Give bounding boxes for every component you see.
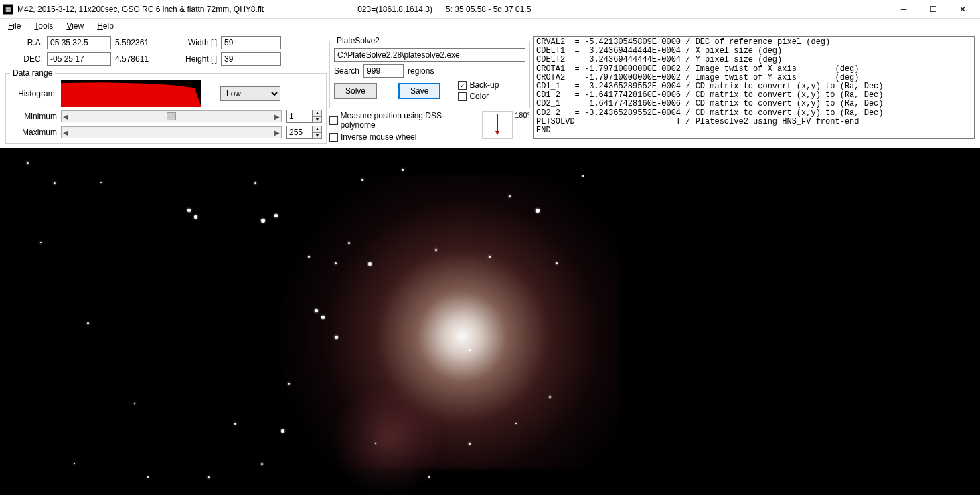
star [74, 463, 75, 464]
ra-float: 5.592361 [115, 38, 155, 47]
fits-header-text[interactable]: CRVAL2 = -5.42130545809E+0000 / DEC of r… [533, 36, 975, 139]
height-label: Height ['] [181, 54, 217, 64]
save-button[interactable]: Save [398, 83, 440, 99]
star [469, 443, 471, 445]
star [361, 179, 363, 181]
minimum-slider[interactable]: ◀▶ [61, 110, 282, 122]
menu-help[interactable]: Help [92, 20, 119, 32]
star [515, 423, 517, 424]
star [87, 322, 89, 324]
backup-checkbox[interactable]: ✓Back-up [458, 80, 499, 90]
star [54, 182, 56, 184]
dec-float: 4.578611 [115, 54, 155, 64]
histogram-label: Histogram: [10, 89, 57, 98]
cursor-radec-status: 5: 35 05.58 - 5d 37 01.5 [446, 5, 531, 14]
search-regions-input[interactable] [363, 64, 404, 78]
star [509, 195, 511, 197]
menu-view[interactable]: View [61, 20, 89, 32]
data-range-legend: Data range [10, 68, 55, 78]
star [536, 209, 540, 213]
orientation-indicator [482, 111, 513, 139]
star [428, 476, 430, 478]
width-input[interactable] [221, 36, 281, 50]
max-down-icon[interactable]: ▼ [313, 132, 322, 139]
star [335, 262, 337, 264]
menu-file[interactable]: File [3, 20, 26, 32]
star [321, 316, 325, 319]
star [208, 476, 210, 478]
menu-view-label: iew [72, 21, 84, 31]
histogram-display [61, 80, 201, 107]
star [100, 182, 102, 183]
star [281, 429, 284, 433]
menu-file-label: ile [13, 21, 21, 31]
color-label: Color [469, 92, 489, 101]
max-up-icon[interactable]: ▲ [313, 126, 322, 132]
star [254, 182, 256, 184]
stretch-select[interactable]: Low [220, 86, 280, 101]
star [435, 249, 437, 251]
platesolve-legend: PlateSolve2 [334, 36, 382, 45]
star [469, 349, 471, 351]
star [40, 242, 42, 243]
star [489, 256, 491, 258]
minimum-label: Minimum [10, 112, 57, 121]
width-label: Width ['] [181, 38, 217, 47]
inverse-mouse-checkbox[interactable]: Inverse mouse wheel [329, 132, 474, 142]
nebula-render-2 [327, 386, 448, 493]
minimum-value[interactable] [286, 110, 313, 123]
star [308, 256, 310, 258]
minimize-button[interactable]: ─ [889, 0, 918, 19]
star [147, 476, 149, 478]
regions-label: regions [408, 66, 434, 76]
menu-tools[interactable]: Tools [29, 20, 58, 32]
ra-input[interactable] [47, 36, 111, 50]
measure-dss-label: Measure position using DSS polynome [341, 111, 474, 130]
dec-label: DEC. [5, 54, 43, 64]
image-view[interactable] [0, 148, 980, 495]
orientation-angle: -180° [513, 111, 530, 119]
star [556, 262, 558, 264]
dec-input[interactable] [47, 52, 111, 66]
app-icon: ▦ [3, 4, 13, 15]
platesolve-path-input[interactable] [334, 48, 525, 62]
menu-help-label: elp [103, 21, 114, 31]
maximum-label: Maximum [10, 128, 57, 137]
star [27, 162, 29, 164]
menubar: File Tools View Help [0, 19, 980, 33]
maximize-button[interactable]: ☐ [918, 0, 948, 19]
inverse-mouse-label: Inverse mouse wheel [341, 132, 416, 142]
star [402, 169, 404, 171]
min-up-icon[interactable]: ▲ [313, 110, 322, 116]
minimum-spinner[interactable]: ▲▼ [286, 110, 322, 123]
maximum-slider[interactable]: ◀▶ [61, 126, 282, 138]
star [348, 242, 350, 244]
star [368, 262, 372, 266]
star [261, 463, 263, 465]
star [375, 443, 376, 444]
star [288, 383, 290, 385]
menu-tools-label: ools [38, 21, 53, 31]
solve-button[interactable]: Solve [334, 83, 377, 99]
search-label: Search [334, 66, 359, 76]
star [261, 219, 265, 223]
maximum-value[interactable] [286, 126, 313, 139]
star [194, 215, 197, 219]
ra-label: R.A. [5, 38, 43, 47]
close-button[interactable]: ✕ [948, 0, 977, 19]
star [315, 309, 318, 312]
height-input[interactable] [221, 52, 281, 66]
star [274, 214, 278, 217]
window-title: M42, 2015-3-12, 11x200sec, GSO RC 6 inch… [17, 5, 264, 14]
measure-dss-checkbox[interactable]: Measure position using DSS polynome [329, 111, 474, 130]
titlebar: ▦ M42, 2015-3-12, 11x200sec, GSO RC 6 in… [0, 0, 980, 19]
star [187, 209, 191, 212]
data-range-group: Data range Histogram: Low Minimum ◀▶ ▲▼ … [5, 68, 327, 144]
color-checkbox[interactable]: Color [458, 92, 499, 101]
min-down-icon[interactable]: ▼ [313, 116, 322, 123]
backup-label: Back-up [469, 80, 499, 90]
maximum-spinner[interactable]: ▲▼ [286, 126, 322, 139]
platesolve-group: PlateSolve2 Search regions Solve Save ✓B… [329, 36, 530, 108]
star [335, 336, 338, 339]
cursor-pixel-status: 023=(1861.8,1614.3) [357, 5, 432, 14]
